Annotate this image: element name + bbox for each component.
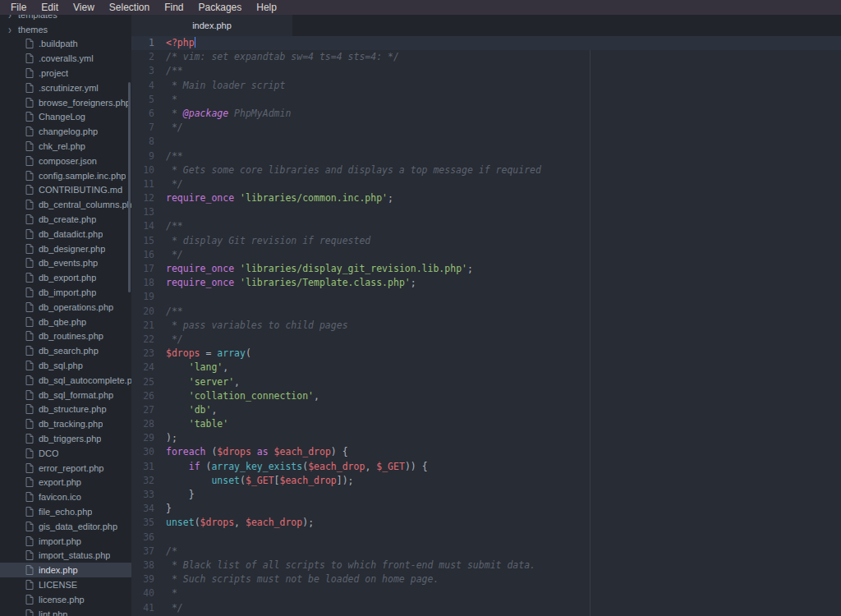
tree-item-chk-rel-php[interactable]: chk_rel.php (0, 139, 131, 154)
code-line[interactable]: 37/* (131, 545, 841, 559)
tree-item-db-create-php[interactable]: db_create.php (0, 212, 131, 227)
tree-item-file-echo-php[interactable]: file_echo.php (0, 504, 131, 519)
menu-item-help[interactable]: Help (249, 0, 284, 15)
code-line[interactable]: 2/* vim: set expandtab sw=4 ts=4 sts=4: … (131, 50, 841, 64)
chevron-right-icon: › (8, 15, 11, 20)
code-line[interactable]: 15 * display Git revision if requested (131, 234, 841, 248)
code-line[interactable]: 30foreach ($drops as $each_drop) { (131, 445, 841, 459)
code-line[interactable]: 40 * (131, 586, 841, 600)
code-line[interactable]: 9/** (131, 149, 841, 163)
code-line[interactable]: 24 'lang', (131, 361, 841, 375)
tree-item-lint-php[interactable]: lint.php (0, 607, 131, 616)
file-name: gis_data_editor.php (39, 522, 117, 531)
code-line[interactable]: 16 */ (131, 248, 841, 262)
code-line[interactable]: 5 * (131, 93, 841, 107)
tree-item--buildpath[interactable]: .buildpath (0, 37, 131, 52)
code-line[interactable]: 22 */ (131, 333, 841, 347)
tree-item-export-php[interactable]: export.php (0, 476, 131, 490)
menu-item-find[interactable]: Find (157, 0, 191, 15)
menu-item-view[interactable]: View (66, 0, 102, 15)
tree-item-db-search-php[interactable]: db_search.php (0, 343, 131, 358)
code-line[interactable]: 28 'table' (131, 417, 841, 431)
tree-item-db-triggers-php[interactable]: db_triggers.php (0, 431, 131, 446)
tree-item-browse-foreigners-php[interactable]: browse_foreigners.php (0, 95, 131, 110)
tab-index-php[interactable]: index.php (131, 15, 292, 36)
code-line[interactable]: 21 * pass variables to child pages (131, 319, 841, 333)
menu-item-selection[interactable]: Selection (102, 0, 157, 15)
tree-item-db-sql-php[interactable]: db_sql.php (0, 358, 131, 373)
tree-item-db-datadict-php[interactable]: db_datadict.php (0, 227, 131, 241)
tree-item-db-export-php[interactable]: db_export.php (0, 270, 131, 285)
code-line[interactable]: 19 (131, 290, 841, 304)
tree-item-changelog-php[interactable]: changelog.php (0, 124, 131, 139)
tree-item-db-import-php[interactable]: db_import.php (0, 285, 131, 300)
code-line[interactable]: 32 unset($_GET[$each_drop]); (131, 474, 841, 488)
tree-item-composer-json[interactable]: composer.json (0, 154, 131, 168)
code-text: } (166, 488, 195, 502)
tree-item-favicon-ico[interactable]: favicon.ico (0, 490, 131, 504)
tree-item--project[interactable]: .project (0, 66, 131, 80)
tree-item--coveralls-yml[interactable]: .coveralls.yml (0, 51, 131, 66)
tree-item-db-sql-autocomplete-php[interactable]: db_sql_autocomplete.php (0, 373, 131, 388)
tree-item-db-operations-php[interactable]: db_operations.php (0, 300, 131, 315)
code-line[interactable]: 34} (131, 502, 841, 516)
code-line[interactable]: 17require_once 'libraries/display_git_re… (131, 262, 841, 276)
code-line[interactable]: 29); (131, 431, 841, 445)
tree-item-index-php[interactable]: index.php (0, 563, 131, 577)
menu-item-packages[interactable]: Packages (191, 0, 250, 15)
code-line[interactable]: 33 } (131, 488, 841, 502)
code-line[interactable]: 39 * Such scripts must not be loaded on … (131, 572, 841, 586)
tree-item-db-sql-format-php[interactable]: db_sql_format.php (0, 388, 131, 402)
tree-item-changelog[interactable]: ChangeLog (0, 110, 131, 125)
code-line[interactable]: 4 * Main loader script (131, 79, 841, 93)
code-line[interactable]: 41 */ (131, 601, 841, 615)
code-line[interactable]: 6 * @package PhpMyAdmin (131, 107, 841, 121)
tree-item-templates[interactable]: ›templates (0, 15, 131, 22)
code-line[interactable]: 11 */ (131, 177, 841, 191)
code-editor[interactable]: 1<?php2/* vim: set expandtab sw=4 ts=4 s… (131, 36, 841, 616)
tree-item-license-php[interactable]: license.php (0, 592, 131, 607)
tree-item-import-php[interactable]: import.php (0, 534, 131, 549)
code-line[interactable]: 26 'collation_connection', (131, 389, 841, 403)
code-line[interactable]: 13 (131, 205, 841, 219)
code-line[interactable]: 35unset($drops, $each_drop); (131, 516, 841, 530)
code-line[interactable]: 27 'db', (131, 403, 841, 417)
code-line[interactable]: 8 (131, 135, 841, 149)
tree-item-themes[interactable]: ›themes (0, 22, 131, 37)
menu-item-file[interactable]: File (3, 0, 34, 15)
code-line[interactable]: 10 * Gets some core libraries and displa… (131, 163, 841, 177)
tree-item-db-designer-php[interactable]: db_designer.php (0, 241, 131, 256)
code-line[interactable]: 25 'server', (131, 375, 841, 389)
tree-item-gis-data-editor-php[interactable]: gis_data_editor.php (0, 519, 131, 534)
tree-item-contributing-md[interactable]: CONTRIBUTING.md (0, 183, 131, 198)
code-line[interactable]: 1<?php (131, 36, 841, 50)
code-line[interactable]: 31 if (array_key_exists($each_drop, $_GE… (131, 460, 841, 474)
tree-item-license[interactable]: LICENSE (0, 577, 131, 592)
code-line[interactable]: 23$drops = array( (131, 347, 841, 361)
tree-item-import-status-php[interactable]: import_status.php (0, 548, 131, 563)
code-line[interactable]: 3/** (131, 64, 841, 78)
file-name: import.php (39, 536, 81, 546)
sidebar-scrollbar-thumb[interactable] (128, 82, 131, 292)
code-line[interactable]: 18require_once 'libraries/Template.class… (131, 276, 841, 290)
tree-item-db-qbe-php[interactable]: db_qbe.php (0, 315, 131, 329)
tree-item--scrutinizer-yml[interactable]: .scrutinizer.yml (0, 80, 131, 95)
tree-item-db-events-php[interactable]: db_events.php (0, 256, 131, 271)
code-line[interactable]: 7 */ (131, 121, 841, 135)
menu-item-edit[interactable]: Edit (34, 0, 66, 15)
line-number: 15 (131, 234, 166, 248)
code-line[interactable]: 14/** (131, 219, 841, 233)
code-line[interactable]: 12require_once 'libraries/common.inc.php… (131, 191, 841, 205)
tree-item-db-routines-php[interactable]: db_routines.php (0, 329, 131, 344)
tree-item-db-tracking-php[interactable]: db_tracking.php (0, 416, 131, 431)
tree-item-config-sample-inc-php[interactable]: config.sample.inc.php (0, 168, 131, 183)
tree-item-error-report-php[interactable]: error_report.php (0, 461, 131, 476)
tree-item-db-central-columns-php[interactable]: db_central_columns.php (0, 197, 131, 212)
code-line[interactable]: 36 (131, 531, 841, 545)
code-line[interactable]: 20/** (131, 305, 841, 319)
tab-label: index.php (192, 21, 232, 30)
tree-item-dco[interactable]: DCO (0, 446, 131, 461)
line-number: 30 (131, 445, 166, 459)
code-line[interactable]: 38 * Black list of all scripts to which … (131, 559, 841, 572)
tree-item-db-structure-php[interactable]: db_structure.php (0, 402, 131, 417)
